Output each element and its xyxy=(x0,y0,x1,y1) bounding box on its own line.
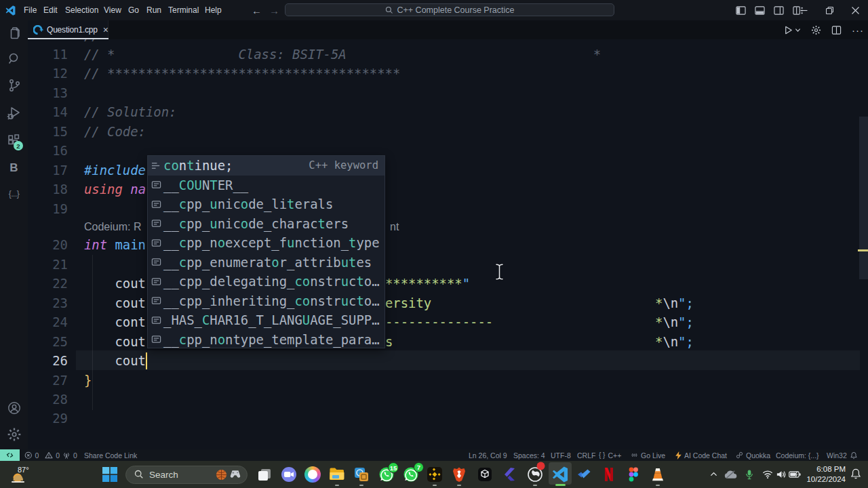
line-number-29: 29 xyxy=(28,409,68,428)
notifications-bell-icon[interactable] xyxy=(850,449,858,461)
toggle-secondary-sidebar-icon[interactable] xyxy=(774,5,784,16)
menu-view[interactable]: View xyxy=(104,0,121,20)
ms-todo-icon[interactable] xyxy=(576,466,592,483)
cube-app-icon[interactable] xyxy=(477,466,493,483)
sidebar-item-source-control[interactable] xyxy=(0,72,28,99)
suggest-item--cpp-enumerator-attributes[interactable]: __cpp_enumerator_attributes xyxy=(148,253,384,272)
menu-file[interactable]: File xyxy=(24,0,37,20)
windows-taskbar: 87° Search xyxy=(0,461,868,488)
line-number-13: 13 xyxy=(28,83,68,102)
start-button[interactable] xyxy=(102,467,117,482)
more-actions-icon[interactable]: ··· xyxy=(852,24,864,36)
taskbar-clock[interactable]: 6:08 PM 10/22/2024 xyxy=(806,464,846,484)
vscode-taskbar-icon[interactable] xyxy=(552,466,568,483)
netflix-icon[interactable] xyxy=(601,466,617,483)
suggest-item--cpp-unicode-literals[interactable]: __cpp_unicode_literals xyxy=(148,195,384,214)
ai-code-chat[interactable]: AI Code Chat xyxy=(675,449,727,461)
onedrive-icon[interactable] xyxy=(724,470,737,479)
menu-go[interactable]: Go xyxy=(128,0,139,20)
run-button[interactable] xyxy=(783,25,801,35)
go-forward-icon[interactable]: → xyxy=(269,5,279,16)
eol-status[interactable]: CRLF xyxy=(577,449,595,461)
tab-question1-cpp[interactable]: Question1.cpp × xyxy=(28,20,108,39)
teams-chat-icon[interactable] xyxy=(281,466,297,483)
vmware-icon[interactable] xyxy=(353,466,370,483)
menu-run[interactable]: Run xyxy=(146,0,161,20)
codelens-codeium[interactable]: Codeium: R xyxy=(84,218,141,236)
gear-icon[interactable] xyxy=(811,25,821,35)
wifi-icon[interactable] xyxy=(762,470,773,479)
code-line-27: } xyxy=(28,371,868,390)
quokka-status[interactable]: Quokka xyxy=(736,449,770,461)
vlc-icon[interactable] xyxy=(650,466,666,483)
code-line-14: // Solution: xyxy=(28,102,868,121)
suggest-item--cpp-nontype-template-para-[interactable]: __cpp_nontype_template_para… xyxy=(148,330,384,350)
tab-close-icon[interactable]: × xyxy=(103,24,108,35)
language-mode[interactable]: { } C++ xyxy=(599,449,621,461)
go-live-button[interactable]: Go Live xyxy=(631,449,665,461)
weather-temperature: 87° xyxy=(18,466,29,474)
run-dropdown-icon[interactable] xyxy=(795,27,801,33)
sidebar-item-extensions[interactable] xyxy=(0,127,28,155)
suggest-item--cpp-delegating-constructo-[interactable]: __cpp_delegating_constructo… xyxy=(148,272,384,291)
accounts-icon[interactable] xyxy=(0,394,28,422)
figma-icon[interactable] xyxy=(625,466,642,483)
go-back-icon[interactable]: ← xyxy=(252,5,262,16)
toggle-primary-sidebar-icon[interactable] xyxy=(736,5,746,16)
toggle-panel-icon[interactable] xyxy=(755,5,765,16)
suggest-item-continue-[interactable]: continue;C++ keyword xyxy=(148,156,384,176)
volume-icon[interactable] xyxy=(776,470,787,479)
menu-selection[interactable]: Selection xyxy=(65,0,98,20)
extensions-badge: 2 xyxy=(14,141,23,150)
notification-center-bell-icon[interactable] xyxy=(850,468,861,479)
sidebar-item-explorer[interactable] xyxy=(0,20,28,47)
taskbar-search-box[interactable]: Search xyxy=(125,466,248,484)
suggest-item--cpp-unicode-characters[interactable]: __cpp_unicode_characters xyxy=(148,214,384,234)
editor-pane[interactable]: 11121314151617181920212223242526272829 /… xyxy=(28,39,868,449)
flutter-tool-icon[interactable] xyxy=(501,466,517,483)
suggest-item--cpp-noexcept-function-type[interactable]: __cpp_noexcept_function_type xyxy=(148,233,384,253)
suggest-item--cpp-inheriting-constructo-[interactable]: __cpp_inheriting_constructo… xyxy=(148,291,384,311)
suggest-item--counter-[interactable]: __COUNTER__ xyxy=(148,176,384,195)
suggest-item-label: __cpp_noexcept_function_type xyxy=(163,235,380,250)
codeium-status[interactable]: Codeium: {...} xyxy=(776,449,819,461)
close-button[interactable] xyxy=(842,0,868,20)
intellisense-suggest-widget[interactable]: continue;C++ keyword__COUNTER____cpp_uni… xyxy=(147,155,385,348)
sidebar-item-b-extension[interactable]: B xyxy=(0,155,28,182)
command-center-search[interactable]: C++ Complete Course Practice xyxy=(285,3,614,16)
menu-terminal[interactable]: Terminal xyxy=(168,0,199,20)
sidebar-item-snippets-extension[interactable]: {...} xyxy=(0,180,28,207)
sidebar-item-run-debug[interactable] xyxy=(0,100,28,127)
ports-status[interactable]: 0 xyxy=(62,449,77,461)
share-code-link[interactable]: Share Code Link xyxy=(84,449,137,461)
editor-scrollbar[interactable] xyxy=(859,117,868,279)
suggest-item--has-char16-t-language-supp-[interactable]: _HAS_CHAR16_T_LANGUAGE_SUPP… xyxy=(148,310,384,330)
whatsapp-badge-1: 15 xyxy=(388,462,399,473)
encoding-status[interactable]: UTF-8 xyxy=(551,449,571,461)
tray-chevron-up-icon[interactable] xyxy=(709,470,718,479)
warnings-icon xyxy=(45,451,53,460)
split-editor-icon[interactable] xyxy=(831,25,842,35)
sidebar-item-search[interactable] xyxy=(0,45,28,73)
file-explorer-icon[interactable] xyxy=(329,466,345,483)
menu-help[interactable]: Help xyxy=(205,0,222,20)
platform-status[interactable]: Win32 xyxy=(827,449,847,461)
microphone-icon[interactable] xyxy=(745,470,753,480)
line-number-21: 21 xyxy=(28,255,68,274)
warnings-count: 0 xyxy=(56,451,60,460)
problems-status[interactable]: 0 0 xyxy=(24,449,60,461)
clock-date: 10/22/2024 xyxy=(806,474,846,485)
indentation-status[interactable]: Spaces: 4 xyxy=(513,449,545,461)
brave-icon[interactable] xyxy=(451,466,467,483)
editor-tabbar: Question1.cpp × ··· xyxy=(28,20,868,39)
binance-icon[interactable] xyxy=(427,466,443,483)
settings-gear-icon[interactable] xyxy=(0,421,28,448)
restore-button[interactable] xyxy=(816,0,842,20)
copilot-icon[interactable] xyxy=(304,466,321,483)
minimize-button[interactable] xyxy=(791,0,816,20)
battery-icon[interactable] xyxy=(789,470,801,479)
menu-edit[interactable]: Edit xyxy=(43,0,58,20)
cursor-position[interactable]: Ln 26, Col 9 xyxy=(469,449,507,461)
task-view-icon[interactable] xyxy=(256,466,273,483)
remote-indicator[interactable] xyxy=(0,449,20,461)
